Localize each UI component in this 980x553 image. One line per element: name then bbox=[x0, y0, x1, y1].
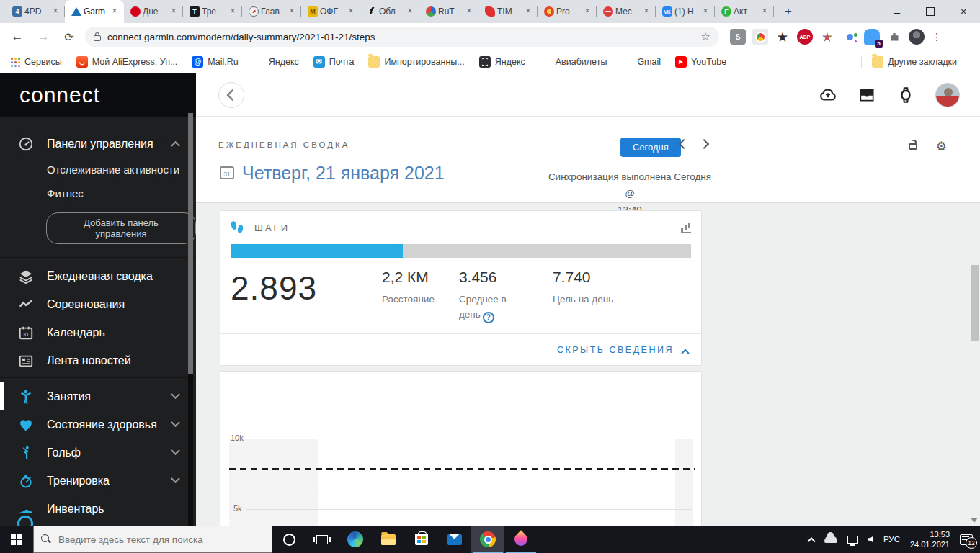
network-icon[interactable] bbox=[847, 536, 858, 544]
bookmark-gmail[interactable]: Gmail bbox=[621, 56, 661, 68]
browser-tab[interactable]: Дне bbox=[124, 0, 183, 23]
close-button[interactable] bbox=[947, 0, 980, 23]
selected-date[interactable]: Четверг, 21 января 2021 bbox=[242, 163, 445, 184]
browser-tab[interactable]: Обл bbox=[360, 0, 419, 23]
sidebar-item-daily-summary[interactable]: Ежедневная сводка bbox=[0, 262, 196, 290]
browser-tab[interactable]: ОФГ bbox=[301, 0, 360, 23]
bookmark-yandex[interactable]: Яндекс bbox=[253, 56, 299, 68]
sidebar-item-health[interactable]: Состояние здоровья bbox=[0, 410, 196, 439]
extension-dots-icon[interactable] bbox=[842, 29, 858, 45]
bookmark-pochta[interactable]: Почта bbox=[313, 56, 355, 68]
address-bar[interactable]: connect.garmin.com/modern/daily-summary/… bbox=[85, 27, 719, 47]
extension-adblock-icon[interactable]: ABP bbox=[797, 29, 813, 45]
extension-ghostery-icon[interactable]: 5 bbox=[864, 29, 880, 45]
browser-tab[interactable]: TIM bbox=[478, 0, 538, 23]
bookmark-youtube[interactable]: YouTube bbox=[675, 56, 726, 68]
sidebar-item-dashboards[interactable]: Панели управления bbox=[0, 130, 196, 158]
page-scrollbar-down-arrow[interactable] bbox=[971, 518, 978, 523]
tab-close-icon[interactable] bbox=[228, 6, 238, 17]
forward-button[interactable] bbox=[33, 27, 53, 47]
tab-close-icon[interactable] bbox=[287, 6, 297, 17]
sidebar-item-challenges[interactable]: Соревнования bbox=[0, 290, 196, 318]
inbox-icon[interactable] bbox=[858, 86, 876, 104]
browser-tab-garmin-active[interactable]: Garm bbox=[65, 0, 124, 23]
hide-details-link[interactable]: СКРЫТЬ СВЕДЕНИЯ bbox=[557, 345, 688, 355]
browser-tab[interactable]: (1) Н bbox=[656, 0, 715, 23]
browser-tab[interactable]: Акт bbox=[715, 0, 774, 23]
sidebar-item-training[interactable]: Тренировка bbox=[0, 467, 196, 495]
sidebar-scrollbar-thumb[interactable] bbox=[188, 113, 193, 374]
start-button[interactable] bbox=[0, 526, 33, 553]
bookmark-yandex-globe[interactable]: Яндекс bbox=[479, 56, 525, 68]
tab-close-icon[interactable] bbox=[50, 6, 61, 17]
tab-close-icon[interactable] bbox=[464, 6, 474, 17]
tray-expand-icon[interactable] bbox=[807, 537, 815, 545]
tab-close-icon[interactable] bbox=[641, 6, 651, 17]
help-icon[interactable] bbox=[483, 312, 494, 323]
tab-close-icon[interactable] bbox=[346, 6, 356, 17]
extension-s-icon[interactable]: S bbox=[730, 29, 746, 45]
sidebar-item-activities[interactable]: Занятия bbox=[0, 382, 196, 410]
taskbar-search[interactable] bbox=[33, 526, 272, 553]
language-indicator[interactable]: РУС bbox=[883, 535, 900, 544]
browser-tab[interactable]: Мес bbox=[597, 0, 656, 23]
browser-tab[interactable]: Тре bbox=[183, 0, 242, 23]
other-bookmarks[interactable]: Другие закладки bbox=[861, 56, 957, 68]
store-button[interactable] bbox=[405, 526, 438, 553]
chrome-taskbar-button[interactable] bbox=[471, 526, 504, 553]
file-explorer-button[interactable] bbox=[372, 526, 405, 553]
bookmark-mailru[interactable]: Mail.Ru bbox=[192, 56, 238, 68]
tab-close-icon[interactable] bbox=[523, 6, 533, 17]
edge-button[interactable] bbox=[339, 526, 372, 553]
notification-center-icon[interactable]: 12 bbox=[960, 534, 973, 545]
browser-tab[interactable]: 4PD bbox=[6, 0, 65, 23]
tab-close-icon[interactable] bbox=[110, 6, 120, 17]
bookmark-star-icon[interactable] bbox=[701, 30, 710, 43]
reload-button[interactable] bbox=[59, 27, 79, 47]
today-button[interactable]: Сегодня bbox=[620, 138, 681, 157]
tab-close-icon[interactable] bbox=[405, 6, 415, 17]
browser-menu-icon[interactable] bbox=[930, 29, 943, 45]
tab-close-icon[interactable] bbox=[169, 6, 179, 17]
upload-cloud-icon[interactable] bbox=[819, 86, 837, 104]
sidebar-item-golf[interactable]: Гольф bbox=[0, 439, 196, 467]
maximize-button[interactable] bbox=[914, 0, 947, 23]
minimize-button[interactable] bbox=[881, 0, 914, 23]
volume-icon[interactable] bbox=[868, 536, 873, 543]
back-button[interactable] bbox=[7, 27, 27, 47]
sidebar-item-newsfeed[interactable]: Лента новостей bbox=[0, 346, 196, 374]
browser-tab[interactable]: Глав bbox=[242, 0, 301, 23]
clock[interactable]: 13:53 24.01.2021 bbox=[910, 529, 950, 549]
mail-button[interactable] bbox=[438, 526, 471, 553]
browser-tab[interactable]: Pro bbox=[538, 0, 597, 23]
sidebar-item-fitness[interactable]: Фитнес bbox=[0, 181, 196, 205]
paint3d-taskbar-button[interactable] bbox=[504, 526, 538, 553]
url-text[interactable]: connect.garmin.com/modern/daily-summary/… bbox=[107, 32, 701, 42]
new-tab-button[interactable] bbox=[778, 1, 798, 22]
cortana-button[interactable] bbox=[272, 526, 306, 553]
browser-tab[interactable]: RuT bbox=[419, 0, 478, 23]
tab-close-icon[interactable] bbox=[582, 6, 592, 17]
bar-chart-icon[interactable] bbox=[681, 223, 691, 233]
extensions-puzzle-icon[interactable] bbox=[886, 29, 902, 45]
device-watch-icon[interactable] bbox=[896, 86, 915, 104]
bookmark-avia[interactable]: Авиабилеты bbox=[540, 56, 607, 68]
sidebar-item-calendar[interactable]: 31 Календарь bbox=[0, 318, 196, 346]
unlock-icon[interactable] bbox=[909, 143, 917, 150]
next-day-arrow[interactable] bbox=[699, 139, 709, 149]
page-scrollbar-thumb[interactable] bbox=[971, 265, 979, 341]
bookmark-aliexpress[interactable]: Мой AliExpress: Уп... bbox=[76, 56, 178, 68]
settings-gear-icon[interactable] bbox=[936, 140, 947, 153]
bookmark-imported[interactable]: Импортированны... bbox=[368, 56, 464, 68]
onedrive-cloud-icon[interactable] bbox=[824, 536, 837, 543]
extension-star-icon[interactable] bbox=[775, 29, 790, 45]
bookmark-services[interactable]: Сервисы bbox=[9, 56, 62, 68]
tab-close-icon[interactable] bbox=[700, 6, 710, 17]
add-dashboard-button[interactable]: Добавить панель управления bbox=[46, 212, 196, 244]
page-back-button[interactable] bbox=[218, 82, 244, 108]
tab-close-icon[interactable] bbox=[760, 6, 770, 17]
user-avatar[interactable] bbox=[935, 83, 960, 107]
extension-rutracker-icon[interactable] bbox=[819, 29, 835, 45]
task-view-button[interactable] bbox=[306, 526, 339, 553]
search-input[interactable] bbox=[58, 534, 264, 545]
